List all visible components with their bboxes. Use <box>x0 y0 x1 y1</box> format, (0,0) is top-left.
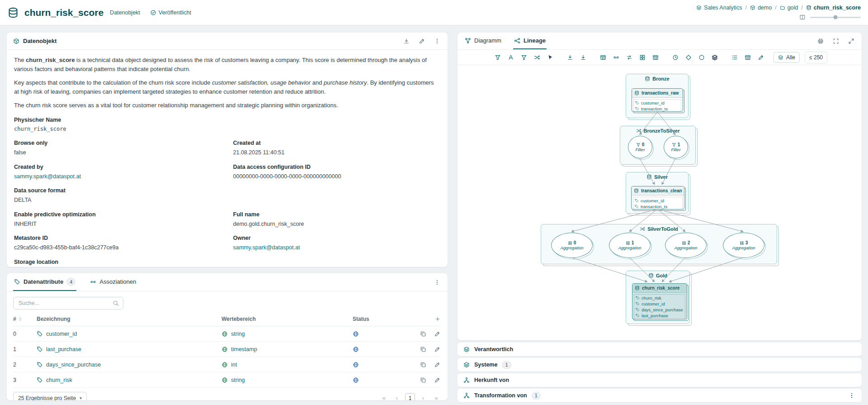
lineage-op-aggregation-1[interactable]: 1 Aggregation <box>609 233 651 258</box>
node-field[interactable]: customer_id <box>635 198 681 204</box>
circle-icon[interactable] <box>696 52 708 62</box>
attribute-range-link[interactable]: string <box>222 377 353 383</box>
globe-icon[interactable] <box>353 331 359 337</box>
layers-icon[interactable] <box>709 52 721 62</box>
lineage-node-churn-risk-score[interactable]: churn_risk_score churn_risk customer_id … <box>632 283 687 319</box>
scope-filter-button[interactable]: Alle <box>774 52 800 63</box>
download-icon[interactable] <box>577 52 589 62</box>
filter-icon[interactable] <box>492 52 504 62</box>
copy-attribute-button[interactable] <box>419 345 427 353</box>
search-input[interactable] <box>18 300 113 307</box>
export-icon[interactable] <box>564 52 576 62</box>
fullscreen-button[interactable] <box>847 37 855 45</box>
section-more-menu-button[interactable] <box>848 391 856 400</box>
edit-attribute-button[interactable] <box>433 330 441 338</box>
grid-view-icon[interactable] <box>637 52 648 62</box>
matrix-view-icon[interactable] <box>650 52 661 62</box>
copy-attribute-button[interactable] <box>419 330 427 338</box>
funnel-filter-icon[interactable] <box>518 52 530 62</box>
detail-view-icon[interactable] <box>742 52 754 62</box>
lineage-canvas[interactable]: Bronze transactions_raw customer_id tran… <box>458 65 862 340</box>
swap-icon[interactable] <box>623 52 635 62</box>
globe-icon[interactable] <box>353 362 359 368</box>
zoom-slider[interactable] <box>810 17 861 18</box>
attribute-range-link[interactable]: int <box>222 362 353 368</box>
last-page-button[interactable]: » <box>431 393 441 401</box>
table-view-icon[interactable] <box>597 52 609 62</box>
zoom-slider-handle[interactable] <box>834 15 838 19</box>
tab-lineage[interactable]: Lineage <box>513 33 547 49</box>
diamond-icon[interactable] <box>683 52 694 62</box>
list-view-icon[interactable] <box>729 52 741 62</box>
node-field[interactable]: last_purchase <box>636 313 684 319</box>
node-field[interactable]: transaction_ts <box>635 204 681 210</box>
lineage-node-transactions-clean[interactable]: transactions_clean customer_id transacti… <box>631 186 684 210</box>
edit-icon[interactable] <box>755 52 767 62</box>
column-header-index[interactable]: # <box>13 316 37 322</box>
lineage-op-aggregation-0[interactable]: 0 Aggregation <box>551 233 593 258</box>
copy-attribute-button[interactable] <box>419 376 427 384</box>
text-filter-icon[interactable] <box>505 52 517 62</box>
table-row[interactable]: 1last_purchasetimestamp <box>13 342 441 357</box>
attribute-range-link[interactable]: timestamp <box>222 346 353 353</box>
lineage-op-filter-0[interactable]: 0 Filter <box>628 136 652 158</box>
lineage-group-gold[interactable]: Gold churn_risk_score churn_risk custome… <box>626 271 690 324</box>
edit-attribute-button[interactable] <box>433 376 441 384</box>
edit-attribute-button[interactable] <box>433 361 441 369</box>
lineage-op-filter-1[interactable]: 1 Filter <box>664 136 688 158</box>
edit-button[interactable] <box>418 37 426 45</box>
lineage-group-silver[interactable]: Silver transactions_clean customer_id tr… <box>626 172 689 214</box>
prev-page-button[interactable]: ‹ <box>392 393 402 401</box>
attribute-name-link[interactable]: last_purchase <box>37 346 222 353</box>
lineage-group-bronze-to-silver[interactable]: BronzeToSilver 0 Filter 1 Filter <box>620 126 696 165</box>
more-menu-button[interactable] <box>433 37 441 45</box>
lineage-op-aggregation-2[interactable]: 2 Aggregation <box>665 233 707 258</box>
attribute-name-link[interactable]: days_since_purchase <box>37 362 222 368</box>
node-field[interactable]: customer_id <box>635 100 679 106</box>
download-button[interactable] <box>402 37 410 45</box>
history-icon[interactable] <box>670 52 681 62</box>
current-page-button[interactable]: 1 <box>405 393 415 401</box>
lineage-group-bronze[interactable]: Bronze transactions_raw customer_id tran… <box>626 74 689 118</box>
lineage-op-aggregation-3[interactable]: 3 Aggregation <box>723 233 764 258</box>
node-field[interactable]: churn_risk <box>636 295 684 301</box>
attributes-more-menu-button[interactable] <box>433 278 441 286</box>
created-by-link[interactable]: sammy.spark@dataspot.at <box>14 172 222 181</box>
tab-datenattribute[interactable]: Datenattribute 4 <box>13 273 76 291</box>
breadcrumb-gold[interactable]: gold <box>780 5 798 11</box>
globe-icon[interactable] <box>353 377 359 383</box>
attribute-range-link[interactable]: string <box>222 331 353 337</box>
lineage-node-transactions-raw[interactable]: transactions_raw customer_id transaction… <box>632 88 683 112</box>
section-verantwortlich[interactable]: Verantwortlich <box>458 343 862 356</box>
table-row[interactable]: 0customer_idstring <box>13 326 441 342</box>
table-row[interactable]: 3churn_riskstring <box>13 372 441 388</box>
node-field[interactable]: days_since_purchase <box>636 307 684 313</box>
page-size-dropdown[interactable]: 25 Ergebnisse pro Seite ▾ <box>13 392 87 400</box>
first-page-button[interactable]: « <box>379 393 389 401</box>
link-icon[interactable] <box>610 52 622 62</box>
table-row[interactable]: 2days_since_purchaseint <box>13 357 441 372</box>
edit-attribute-button[interactable] <box>433 345 441 353</box>
node-field[interactable]: transaction_ts <box>635 106 679 112</box>
breadcrumb-churn-risk-score[interactable]: churn_risk_score <box>806 5 861 11</box>
shuffle-icon[interactable] <box>531 52 543 62</box>
owner-link[interactable]: sammy.spark@dataspot.at <box>233 243 441 252</box>
copy-attribute-button[interactable] <box>419 361 427 369</box>
globe-icon[interactable] <box>353 346 359 353</box>
lineage-group-silver-to-gold[interactable]: SilverToGold 0 Aggregation 1 Aggregation… <box>541 224 777 264</box>
columns-icon[interactable] <box>799 14 806 20</box>
sort-icon[interactable] <box>18 317 23 321</box>
pointer-tool-icon[interactable] <box>544 52 556 62</box>
fit-view-button[interactable] <box>832 37 840 45</box>
section-herkunft-von[interactable]: Herkunft von <box>458 373 862 387</box>
breadcrumb-sales-analytics[interactable]: Sales Analytics <box>696 5 742 11</box>
attribute-name-link[interactable]: customer_id <box>37 331 222 337</box>
node-field[interactable]: customer_id <box>636 301 684 307</box>
print-button[interactable] <box>816 37 825 45</box>
add-attribute-button[interactable] <box>434 315 441 323</box>
tab-assoziationen[interactable]: Assoziationen <box>89 273 137 291</box>
attribute-name-link[interactable]: churn_risk <box>37 377 222 383</box>
section-systeme[interactable]: Systeme 1 <box>458 358 862 372</box>
breadcrumb-demo[interactable]: demo <box>750 5 772 11</box>
section-transformation-von[interactable]: Transformation von 1 <box>458 389 862 402</box>
